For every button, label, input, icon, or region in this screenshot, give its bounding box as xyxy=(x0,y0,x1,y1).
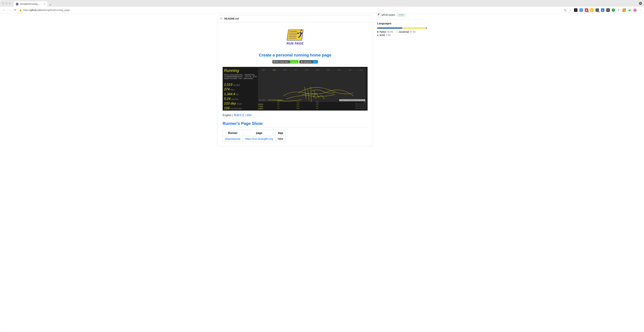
lang-english: English xyxy=(223,114,231,117)
year-tab: Total xyxy=(360,69,362,71)
ss-stat: 103 dayStreak xyxy=(224,101,257,105)
languages-bar xyxy=(377,27,427,29)
lang-dot xyxy=(396,31,398,32)
extension-icon-1[interactable]: ⬛ xyxy=(574,8,578,12)
logo-text: RUN PAGE xyxy=(286,42,304,45)
rocket-icon xyxy=(377,13,380,16)
table-row: shaonianchehttps://run.duangfei.orgNike xyxy=(223,136,286,142)
lang-chinese-link[interactable]: 简体中文 xyxy=(234,114,244,117)
year-tab: 2015 xyxy=(316,69,319,71)
heatmap-label: 2019 Running Heatmap xyxy=(268,99,282,101)
new-tab-button[interactable]: + xyxy=(50,3,51,7)
env-status-badge: Active xyxy=(397,13,406,16)
lang-segment xyxy=(402,27,426,29)
menu-dots-icon[interactable]: ⋮ xyxy=(638,8,642,12)
languages-list: Python50.4%JavaScript47.3%SCSS2.3% xyxy=(377,31,427,36)
year-tab: 2014 xyxy=(327,69,330,71)
extension-icon-5[interactable]: □18 xyxy=(596,8,599,12)
ss-table-row: 午后跑步7.05:371472019-12-29 12:41:53 xyxy=(258,105,366,107)
readme-filename[interactable]: README.md xyxy=(224,17,239,20)
year-tab: 2019 xyxy=(273,69,276,71)
languages-heading: Languages xyxy=(377,22,427,25)
table-header: page xyxy=(243,130,276,136)
toc-icon[interactable] xyxy=(220,17,223,20)
hero-title-link[interactable]: Create a personal running home page xyxy=(259,53,332,57)
tab-title: yihong0618/running_page: Ma xyxy=(20,3,42,5)
year-tab: 2016 xyxy=(305,69,308,71)
runner-link[interactable]: shaonianche xyxy=(225,137,240,140)
ss-stat: 5:24Avg Pace xyxy=(224,97,257,101)
url-protocol: https:// xyxy=(23,9,30,11)
lang-item[interactable]: SCSS2.3% xyxy=(377,34,390,36)
year-tab: 2020 xyxy=(262,69,265,71)
year-tab: 2017 xyxy=(294,69,298,71)
app-screenshot: Running 我用 App 记录自己跑步8年有余，下面时尚展示的是2019的数… xyxy=(223,67,368,111)
zoom-icon[interactable]: 🔍 xyxy=(563,8,567,12)
ss-description: 我用 App 记录自己跑步8年有余，下面时尚展示的是2019的数据的映射图到自己… xyxy=(224,74,257,80)
ss-stat: 274Runs xyxy=(224,87,257,91)
lang-segment xyxy=(377,27,402,29)
extension-icon-4[interactable]: ▮ xyxy=(590,8,594,12)
ss-stat: 159Avg Heart Rate xyxy=(224,106,257,110)
ss-stat: 2,019跑步旅程 xyxy=(224,83,257,86)
minimize-window[interactable] xyxy=(6,2,8,4)
profile-indicator[interactable] xyxy=(639,2,642,5)
table-header: Runner xyxy=(223,130,243,136)
address-bar[interactable]: 🔒 https://github.com/yihong0618/running_… xyxy=(19,8,561,12)
extensions-puzzle-icon[interactable]: 🧩 xyxy=(628,8,631,12)
window-controls xyxy=(2,2,11,4)
readme-panel: README.md xyxy=(217,15,373,146)
svg-point-0 xyxy=(300,29,302,31)
extension-icon-10[interactable] xyxy=(622,8,626,12)
table-header: App xyxy=(276,130,286,136)
year-tab: 2012 xyxy=(348,69,352,71)
page-link[interactable]: https://run.duangfei.org xyxy=(245,137,273,140)
lang-dot xyxy=(377,35,378,36)
close-tab-icon[interactable]: × xyxy=(43,3,46,5)
ss-title: Running xyxy=(224,68,257,73)
lang-item[interactable]: Python50.4% xyxy=(377,31,393,33)
ss-table-row: 信积跑步4.05:361532019-12-31 21:30:19 xyxy=(258,103,366,105)
mapbox-attrib: ◉ mapbox xyxy=(259,99,266,101)
env-name: github-pages xyxy=(382,13,395,16)
reload-button[interactable]: ⟳ xyxy=(14,8,17,11)
ci-badge[interactable]: Run Data Sync passing xyxy=(272,60,298,63)
lang-segment xyxy=(426,27,427,29)
year-tab: 2013 xyxy=(338,69,341,71)
browser-tab[interactable]: yihong0618/running_page: Ma × xyxy=(14,1,48,7)
project-logo: RUN PAGE xyxy=(223,26,368,49)
lang-dot xyxy=(377,31,378,32)
url-domain: github.com xyxy=(30,9,42,11)
extension-icon-8[interactable]: ✓ xyxy=(612,8,615,12)
badges-row: Run Data Sync passing usergroup join xyxy=(223,60,368,63)
runners-show-heading: Runner's Page Show xyxy=(223,121,368,127)
lock-icon: 🔒 xyxy=(19,9,22,11)
lang-item[interactable]: JavaScript47.3% xyxy=(396,31,416,33)
runners-table: RunnerpageApp shaonianchehttps://run.dua… xyxy=(223,130,286,142)
extension-icon-9[interactable]: ⛨ xyxy=(617,8,620,12)
bookmark-star-icon[interactable]: ☆ xyxy=(569,8,572,12)
environment-row[interactable]: github-pages Active xyxy=(377,13,427,16)
close-window[interactable] xyxy=(2,2,4,4)
extension-icon-6[interactable]: ◐ xyxy=(601,8,604,12)
browser-toolbar: ← → ⟳ 🔒 https://github.com/yihong0618/ru… xyxy=(0,7,644,13)
url-path: /yihong0618/running_page xyxy=(42,9,70,11)
maximize-window[interactable] xyxy=(9,2,11,4)
extension-icon-7[interactable]: IA xyxy=(606,8,610,12)
wiki-link[interactable]: Wiki xyxy=(247,114,252,117)
telegram-badge[interactable]: usergroup join xyxy=(299,60,318,63)
ss-table-row: 放假跑步2.05:261472019-12-28 20:26:34 xyxy=(258,108,366,110)
runner-icon xyxy=(293,29,303,40)
github-favicon xyxy=(16,3,18,5)
year-tab: 2018 xyxy=(284,69,286,71)
ss-runs-table: KMPaceBPMDate 信积跑步4.05:361532019-12-31 2… xyxy=(258,101,366,110)
extension-icon-2[interactable]: G xyxy=(580,8,583,12)
ss-map: 202020192018201720162015201420132012Tota… xyxy=(258,68,366,102)
profile-avatar[interactable] xyxy=(633,8,636,12)
map-attribution: © Mapbox © OpenStreetMap Improve this ma… xyxy=(339,99,365,101)
ss-stat: 1,344.4KM xyxy=(224,92,257,96)
forward-button[interactable]: → xyxy=(8,8,11,11)
back-button[interactable]: ← xyxy=(2,8,6,11)
extension-icon-3[interactable]: ◧15 xyxy=(585,8,588,12)
language-switcher: English | 简体中文 | Wiki xyxy=(223,114,368,117)
